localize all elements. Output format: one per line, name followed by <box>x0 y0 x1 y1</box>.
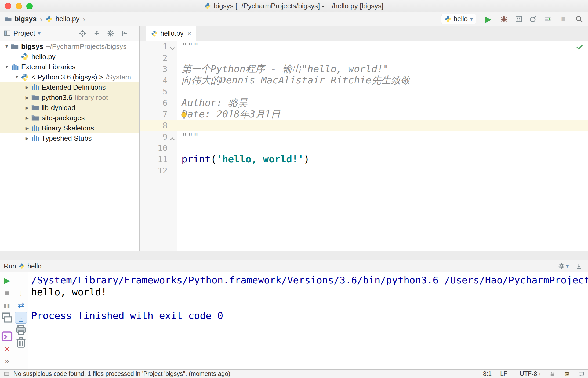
scroll-to-end-icon[interactable]: ↓ <box>15 312 27 324</box>
search-everywhere-icon[interactable] <box>575 15 583 23</box>
down-stack-trace-icon[interactable]: ↓ <box>15 287 27 299</box>
clear-console-icon[interactable] <box>15 336 27 348</box>
line-number[interactable]: 8 <box>140 120 177 131</box>
hide-tool-window-icon[interactable] <box>576 263 582 269</box>
line-number[interactable]: 9 <box>140 131 177 142</box>
code-line[interactable] <box>177 142 588 154</box>
hide-panel-icon[interactable] <box>121 30 128 37</box>
more-actions-icon[interactable]: » <box>1 355 13 367</box>
editor-line-4[interactable]: 4向伟大的Dennis MacAlistair Ritchie先生致敬 <box>140 75 588 86</box>
code-line[interactable]: """ <box>177 41 588 52</box>
line-number[interactable]: 6 <box>140 97 177 108</box>
rerun-button[interactable]: ▶ <box>1 275 13 286</box>
stop-button[interactable]: ■ <box>558 14 568 24</box>
editor-line-2[interactable]: 2 <box>140 52 588 63</box>
code-line[interactable] <box>177 120 588 131</box>
code-line[interactable]: print('hello, world!') <box>177 154 588 165</box>
chevron-expanded-icon[interactable]: ▼ <box>3 44 11 49</box>
soft-wrap-icon[interactable]: ⇄ <box>15 299 27 311</box>
editor-content[interactable]: 1"""23第一个Python程序 - 输出"hello, world!"4向伟… <box>140 41 588 251</box>
profiler-button[interactable] <box>529 15 537 23</box>
line-number[interactable]: 3 <box>140 63 177 75</box>
code-line[interactable]: """ <box>177 131 588 142</box>
chevron-collapsed-icon[interactable]: ▶ <box>23 95 31 100</box>
settings-gear-icon[interactable] <box>558 263 565 269</box>
editor-line-3[interactable]: 3第一个Python程序 - 输出"hello, world!" <box>140 63 588 75</box>
line-number[interactable]: 5 <box>140 86 177 97</box>
chevron-expanded-icon[interactable]: ▼ <box>13 75 21 79</box>
console-output[interactable]: /System/Library/Frameworks/Python.framew… <box>28 272 588 369</box>
collapse-all-icon[interactable] <box>93 30 100 37</box>
close-run-panel-button[interactable]: × <box>1 343 13 355</box>
chevron-collapsed-icon[interactable]: ▶ <box>23 115 31 121</box>
minimize-window-button[interactable] <box>16 3 22 9</box>
editor-line-5[interactable]: 5 <box>140 86 588 97</box>
editor-line-7[interactable]: 7Date: 2018年3月1日 <box>140 108 588 120</box>
line-number[interactable]: 2 <box>140 52 177 63</box>
tree-item-site-packages[interactable]: ▶site-packages <box>0 113 139 123</box>
python-console-icon[interactable] <box>1 330 13 342</box>
line-number[interactable]: 11 <box>140 154 177 165</box>
line-number[interactable]: 4 <box>140 75 177 86</box>
close-tab-icon[interactable]: × <box>187 30 191 37</box>
stop-process-button[interactable]: ■ <box>1 287 13 299</box>
breadcrumb-project[interactable]: bigsys <box>14 15 37 23</box>
editor-empty-area[interactable] <box>177 176 588 251</box>
editor-line-8[interactable]: 8 <box>140 120 588 131</box>
line-number[interactable]: 10 <box>140 142 177 154</box>
line-number[interactable]: 12 <box>140 165 177 176</box>
code-line[interactable]: Author: 骆昊 <box>177 97 588 108</box>
editor-line-12[interactable]: 12 <box>140 165 588 176</box>
chevron-collapsed-icon[interactable]: ▶ <box>23 105 31 110</box>
editor-line-10[interactable]: 10 <box>140 142 588 154</box>
coverage-button[interactable] <box>515 15 522 23</box>
debug-button[interactable] <box>500 15 508 23</box>
editor-line-6[interactable]: 6Author: 骆昊 <box>140 97 588 108</box>
line-number[interactable]: 1 <box>140 41 177 52</box>
chevron-collapsed-icon[interactable]: ▶ <box>23 85 31 90</box>
event-log-icon[interactable] <box>578 371 584 377</box>
run-configuration-selector[interactable]: hello ▾ <box>441 14 476 24</box>
intention-bulb-icon[interactable] <box>179 111 188 120</box>
tree-item-bigsys[interactable]: ▼bigsys~/PycharmProjects/bigsys <box>0 41 139 52</box>
locate-file-icon[interactable] <box>79 30 86 37</box>
line-ending-widget[interactable]: LF ↕ <box>500 370 511 377</box>
chevron-collapsed-icon[interactable]: ▶ <box>23 136 31 141</box>
tree-item-external-libraries[interactable]: ▼External Libraries <box>0 62 139 72</box>
tab-hello-py[interactable]: hello.py × <box>146 26 196 41</box>
code-line[interactable] <box>177 52 588 63</box>
tree-item-extended-definitions[interactable]: ▶Extended Definitions <box>0 82 139 92</box>
hector-inspector-icon[interactable] <box>564 371 570 377</box>
editor-line-11[interactable]: 11print('hello, world!') <box>140 154 588 165</box>
chevron-collapsed-icon[interactable]: ▶ <box>23 126 31 131</box>
inspections-ok-check-icon[interactable] <box>576 43 584 51</box>
editor-line-1[interactable]: 1""" <box>140 41 588 52</box>
fold-marker-icon[interactable] <box>169 133 176 140</box>
run-button[interactable]: ▶ <box>483 14 493 24</box>
chevron-expanded-icon[interactable]: ▼ <box>3 64 11 69</box>
encoding-widget[interactable]: UTF-8 ↕ <box>520 370 541 377</box>
tree-item-hello-py[interactable]: hello.py <box>0 52 139 62</box>
code-line[interactable] <box>177 165 588 176</box>
print-icon[interactable] <box>15 324 27 336</box>
pause-output-button[interactable]: ▮▮ <box>1 299 13 311</box>
project-panel-title[interactable]: Project <box>13 29 35 38</box>
restore-layout-icon[interactable] <box>1 312 13 324</box>
caret-position-widget[interactable]: 8:1 <box>483 370 492 377</box>
tree-item-binary-skeletons[interactable]: ▶Binary Skeletons <box>0 123 139 133</box>
run-panel-title[interactable]: Run <box>4 262 16 270</box>
code-line[interactable] <box>177 86 588 97</box>
code-line[interactable]: 向伟大的Dennis MacAlistair Ritchie先生致敬 <box>177 75 588 86</box>
splitter[interactable] <box>0 251 588 260</box>
tree-item-typeshed-stubs[interactable]: ▶Typeshed Stubs <box>0 133 139 143</box>
toggle-toolwindows-icon[interactable] <box>4 371 10 377</box>
close-window-button[interactable] <box>5 3 11 9</box>
zoom-window-button[interactable] <box>26 3 33 9</box>
editor-line-9[interactable]: 9""" <box>140 131 588 142</box>
code-line[interactable]: Date: 2018年3月1日 <box>177 108 588 120</box>
tree-item-lib-dynload[interactable]: ▶lib-dynload <box>0 103 139 113</box>
concurrency-diagram-button[interactable] <box>544 15 551 23</box>
breadcrumb-file[interactable]: hello.py <box>55 15 79 23</box>
fold-marker-icon[interactable] <box>169 43 176 50</box>
chevron-down-icon[interactable]: ▾ <box>38 30 41 37</box>
